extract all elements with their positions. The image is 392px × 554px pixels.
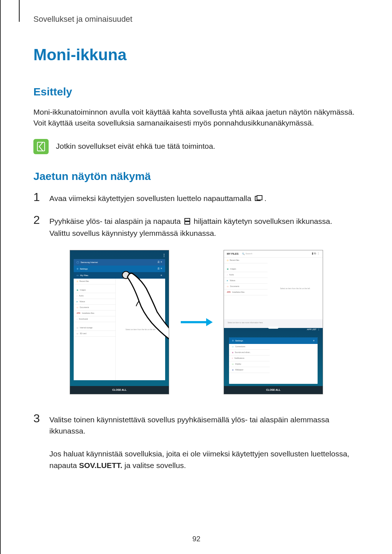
item-label: SD card bbox=[80, 332, 86, 335]
folder-icon: ▭ bbox=[77, 274, 79, 276]
bell-icon: ≡ bbox=[232, 357, 233, 359]
item-label: Videos bbox=[230, 279, 235, 282]
list-item: ▣Images bbox=[224, 266, 268, 272]
close-all-button: CLOSE ALL bbox=[70, 386, 169, 394]
item-label: Documents bbox=[230, 285, 239, 287]
arrow-right-icon bbox=[180, 317, 213, 328]
globe-icon: ◯ bbox=[77, 261, 79, 263]
list-item: ▭Internal storage bbox=[74, 325, 115, 331]
clock-icon: ◷ bbox=[227, 259, 228, 261]
item-label: Connections bbox=[235, 345, 245, 348]
toolbar-icons: ▮ ⧉ ⋮ bbox=[312, 252, 320, 255]
close-icon: ✕ bbox=[313, 339, 315, 342]
display-icon: ▭ bbox=[232, 363, 234, 365]
item-label: Display bbox=[235, 363, 241, 365]
item-label: Recent files bbox=[79, 280, 89, 282]
wallpaper-icon: ▣ bbox=[232, 369, 234, 371]
svg-rect-2 bbox=[257, 196, 262, 200]
step2-text-before: Pyyhkäise ylös- tai alaspäin ja napauta bbox=[49, 217, 183, 225]
item-label: Wallpaper bbox=[235, 369, 243, 371]
step-3: 3 Valitse toinen käynnistettävä sovellus… bbox=[33, 413, 359, 471]
audio-icon: ♪ bbox=[77, 295, 78, 297]
list-item: ▭Documents bbox=[74, 305, 115, 311]
step-1: 1 Avaa viimeksi käytettyjen sovellusten … bbox=[33, 191, 359, 205]
image-icon: ▣ bbox=[227, 268, 229, 270]
item-label: Documents bbox=[80, 306, 89, 308]
card-title: Settings bbox=[80, 268, 88, 270]
clock-icon: ◷ bbox=[77, 280, 78, 282]
margin-rule bbox=[19, 0, 20, 22]
page-title: Moni-ikkuna bbox=[33, 46, 359, 64]
step-2: 2 Pyyhkäise ylös- tai alaspäin ja napaut… bbox=[33, 214, 359, 239]
card-header: ◯Samsung Internet 吕 ✕ bbox=[74, 259, 165, 266]
wifi-icon: ▭ bbox=[232, 345, 234, 348]
storage-icon: ▭ bbox=[77, 327, 78, 329]
list-item: ▭SD card bbox=[74, 331, 115, 337]
download-icon: ↓ bbox=[77, 318, 78, 320]
step3-bold: SOV.LUETT. bbox=[79, 461, 122, 469]
step3-text2b: ja valitse sovellus. bbox=[122, 461, 186, 469]
list-item: ♪Audio bbox=[74, 293, 115, 299]
running-header: Sovellukset ja ominaisuudet bbox=[33, 15, 359, 24]
list-item: ≡Notifications bbox=[229, 356, 270, 361]
svg-rect-4 bbox=[185, 222, 190, 224]
item-label: Audio bbox=[79, 295, 84, 297]
video-icon: ▶ bbox=[77, 300, 78, 303]
intro-heading: Esittely bbox=[33, 86, 359, 98]
audio-icon: ♪ bbox=[227, 274, 228, 276]
list-item: APKInstallation files bbox=[224, 290, 268, 295]
step1-text-after: . bbox=[264, 194, 266, 202]
sd-icon: ▭ bbox=[77, 332, 78, 335]
step2-line2: Valittu sovellus käynnistyy ylemmässä ik… bbox=[49, 229, 216, 237]
step-number: 1 bbox=[33, 191, 43, 203]
card-title: Samsung Internet bbox=[81, 261, 98, 263]
video-icon: ▶ bbox=[227, 279, 228, 282]
more-icon: ⋮ bbox=[162, 253, 166, 257]
item-label: Sounds and vibrat... bbox=[235, 351, 251, 353]
document-icon: ▭ bbox=[227, 285, 229, 287]
item-label: Images bbox=[230, 268, 236, 270]
split-handle bbox=[268, 327, 278, 329]
list-item: ▶Videos bbox=[74, 299, 115, 305]
step2-text-after: hiljattain käytetyn sovelluksen ikkunass… bbox=[194, 217, 332, 225]
svg-marker-7 bbox=[206, 318, 213, 326]
item-label: Notifications bbox=[234, 357, 244, 359]
list-item: ▣Wallpaper bbox=[229, 367, 270, 373]
note-text: Jotkin sovellukset eivät ehkä tue tätä t… bbox=[56, 139, 215, 151]
recent-apps-icon bbox=[255, 193, 263, 205]
apk-icon: APK bbox=[227, 291, 231, 293]
document-icon: ▭ bbox=[77, 306, 78, 308]
page-number: 92 bbox=[1, 535, 392, 543]
split-heading: Jaetun näytön näkymä bbox=[33, 170, 359, 182]
item-label: Videos bbox=[79, 300, 85, 303]
card-actions: 吕 ✕ bbox=[158, 260, 162, 264]
card-header: ⚙Settings ✕ bbox=[229, 337, 318, 344]
step-body: Pyyhkäise ylös- tai alaspäin ja napauta … bbox=[49, 214, 359, 239]
list-item: ▣Images bbox=[74, 287, 115, 293]
search-placeholder: Search bbox=[245, 253, 252, 255]
step-body: Valitse toinen käynnistettävä sovellus p… bbox=[49, 413, 359, 471]
close-all-button: CLOSE ALL bbox=[224, 386, 323, 394]
list-item: ◷Recent files bbox=[74, 279, 115, 284]
note-callout: Jotkin sovellukset eivät ehkä tue tätä t… bbox=[33, 139, 359, 154]
item-label: Audio bbox=[229, 274, 234, 276]
step3-text: Valitse toinen käynnistettävä sovellus p… bbox=[49, 415, 329, 435]
document-page: Sovellukset ja ominaisuudet Moni-ikkuna … bbox=[0, 0, 392, 554]
search-icon: 🔍 bbox=[242, 253, 245, 255]
list-item: APKInstallation files bbox=[74, 311, 115, 316]
step-body: Avaa viimeksi käytettyjen sovellusten lu… bbox=[49, 191, 359, 205]
list-item: ↓Downloads bbox=[74, 316, 115, 322]
item-label: Downloads bbox=[79, 318, 88, 320]
splitscreen-icon bbox=[184, 216, 190, 228]
svg-rect-3 bbox=[185, 218, 190, 221]
step-number: 3 bbox=[33, 413, 43, 424]
top-app-title: MY FILES bbox=[227, 253, 238, 255]
list-item: ▭Display bbox=[229, 361, 270, 367]
list-item: ▭Connections bbox=[229, 344, 270, 350]
svg-rect-0 bbox=[37, 142, 45, 151]
list-item: ♪Audio bbox=[224, 272, 268, 278]
figure-left-phone: ⋮ ◯Samsung Internet 吕 ✕ ⚙Settings 吕 ✕ ▭M… bbox=[70, 250, 169, 394]
figure-right-phone: MY FILES 🔍 Search ▮ ⧉ ⋮ ◷Recent files ▣I… bbox=[224, 250, 323, 394]
item-label: Images bbox=[80, 289, 86, 291]
gear-icon: ⚙ bbox=[77, 267, 78, 270]
